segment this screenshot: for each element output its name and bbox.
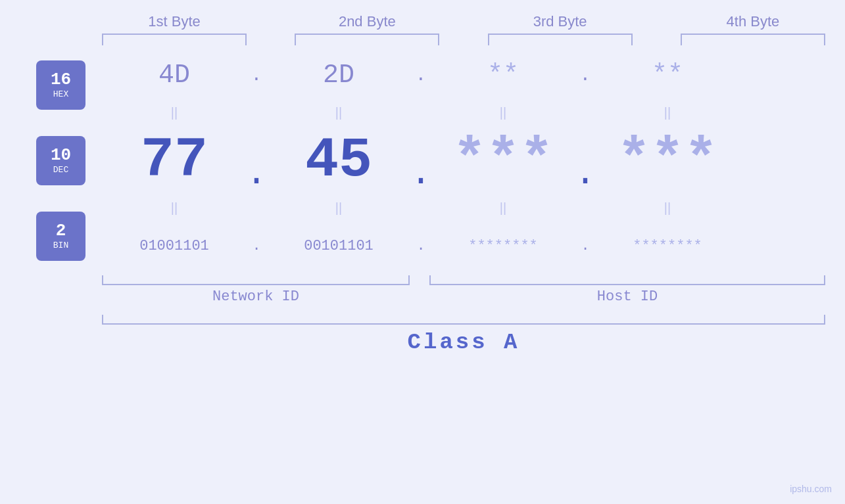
eq2-4: || (595, 200, 740, 216)
hex-val2: 2D (266, 60, 411, 90)
bin-badge-label: BIN (53, 241, 68, 250)
dec-dot1: . (247, 129, 266, 192)
bracket-gap (410, 275, 429, 285)
data-rows: 4D . 2D . ** . ** (102, 49, 845, 272)
byte4-header: 4th Byte (681, 13, 825, 30)
hex-data-row: 4D . 2D . ** . ** (102, 49, 825, 101)
hex-val3: ** (431, 60, 575, 90)
host-bracket (429, 275, 825, 285)
badges-column: 16 HEX 10 DEC 2 BIN (20, 49, 102, 272)
class-label: Class A (102, 330, 825, 355)
hex-dot2: . (411, 65, 431, 85)
hex-dot3: . (575, 65, 595, 85)
eq1: || (102, 105, 247, 120)
outer-bracket (102, 315, 825, 325)
content-section: 16 HEX 10 DEC 2 BIN (0, 49, 845, 272)
host-id-label: Host ID (429, 288, 825, 305)
hex-val1: 4D (102, 60, 247, 90)
bottom-brackets (102, 275, 825, 285)
dec-badge-label: DEC (53, 165, 68, 175)
eq3: || (431, 105, 575, 120)
dec-val4: *** (595, 129, 740, 193)
dec-val1: 77 (102, 129, 247, 193)
bin-data-row: 01001101 . 00101101 . ******** . (102, 219, 825, 272)
watermark: ipshu.com (790, 484, 832, 494)
bin-val4: ******** (595, 238, 740, 254)
dec-dot3: . (575, 129, 595, 192)
hex-badge-label: HEX (53, 89, 68, 99)
dec-dot2: . (411, 129, 431, 192)
top-brackets (102, 34, 825, 45)
eq2-1: || (102, 200, 247, 216)
hex-badge-wrapper: 16 HEX (20, 52, 102, 118)
dec-badge-number: 10 (51, 146, 71, 165)
eq2-2: || (266, 200, 411, 216)
network-bracket (102, 275, 410, 285)
bottom-section: Network ID Host ID Class A (0, 275, 845, 355)
hex-val4: ** (595, 60, 740, 90)
page-layout: 1st Byte 2nd Byte 3rd Byte 4th Byte 16 H (0, 0, 845, 504)
bracket-top-2 (295, 34, 439, 45)
bin-dot2: . (411, 238, 431, 254)
bracket-top-1 (102, 34, 247, 45)
byte1-header: 1st Byte (102, 13, 247, 30)
dec-val3: *** (431, 129, 575, 193)
byte3-header: 3rd Byte (488, 13, 633, 30)
bracket-top-3 (488, 34, 633, 45)
bytes-header: 1st Byte 2nd Byte 3rd Byte 4th Byte (102, 13, 825, 30)
bracket-top-4 (681, 34, 825, 45)
byte2-header: 2nd Byte (295, 13, 439, 30)
eq-row2: || || || || (102, 196, 825, 219)
bin-dot1: . (247, 238, 266, 254)
network-id-label: Network ID (102, 288, 410, 305)
eq4: || (595, 105, 740, 120)
bin-badge-number: 2 (56, 221, 66, 241)
eq2: || (266, 105, 411, 120)
bin-val3: ******** (431, 238, 575, 254)
dec-data-row: 77 . 45 . *** . *** (102, 124, 825, 196)
bin-badge: 2 BIN (36, 212, 85, 261)
dec-badge-wrapper: 10 DEC (20, 118, 102, 203)
eq2-3: || (431, 200, 575, 216)
bin-val1: 01001101 (102, 238, 247, 254)
hex-badge-number: 16 (51, 70, 71, 89)
eq-row: || || || || (102, 101, 825, 124)
dec-badge: 10 DEC (36, 136, 85, 185)
hex-dot1: . (247, 65, 266, 85)
bin-val2: 00101101 (266, 238, 411, 254)
bin-badge-wrapper: 2 BIN (20, 203, 102, 269)
hex-badge: 16 HEX (36, 60, 85, 110)
dec-val2: 45 (266, 129, 411, 193)
top-section: 1st Byte 2nd Byte 3rd Byte 4th Byte (0, 0, 845, 45)
bin-dot3: . (575, 238, 595, 254)
bottom-labels: Network ID Host ID (102, 288, 825, 305)
